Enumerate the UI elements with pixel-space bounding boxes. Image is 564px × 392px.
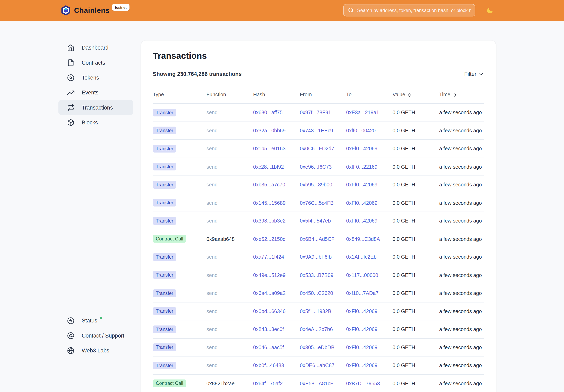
hash-link[interactable]: 0xb35...a7c70 <box>253 182 285 188</box>
time-cell: a few seconds ago <box>439 128 484 134</box>
sidebar-item-label: Contact / Support <box>82 333 124 338</box>
function-cell: 0x9aaab648 <box>206 236 253 242</box>
table-row: Transfer send 0x6a4...a09a2 0x450...C262… <box>153 284 484 302</box>
dark-mode-toggle[interactable] <box>486 7 494 14</box>
sidebar-item-contracts[interactable]: Contracts <box>58 55 133 70</box>
moon-icon <box>486 7 494 14</box>
from-link[interactable]: 0xb95...89b00 <box>300 182 332 188</box>
table-row: Transfer send 0x49e...512e9 0x533...B7B0… <box>153 266 484 284</box>
hash-link[interactable]: 0x1b5...e0163 <box>253 146 286 152</box>
hash-link[interactable]: 0xa77...1f424 <box>253 254 284 260</box>
column-value[interactable]: Value <box>393 92 439 98</box>
page-title: Transactions <box>153 51 484 61</box>
summary-row: Showing 230,764,286 transactions Filter <box>153 71 484 77</box>
to-link[interactable]: 0xB7D...79553 <box>346 380 380 386</box>
to-link[interactable]: 0xfF0...22169 <box>346 164 377 170</box>
value-cell: 0.0 GETH <box>393 380 439 386</box>
function-cell: send <box>206 218 253 224</box>
function-cell: send <box>206 363 253 368</box>
value-cell: 0.0 GETH <box>393 326 439 332</box>
from-link[interactable]: 0x450...C2620 <box>300 290 333 296</box>
to-link[interactable]: 0xFf0...42069 <box>346 308 377 314</box>
from-link[interactable]: 0x5f4...547eb <box>300 218 331 224</box>
hash-link[interactable]: 0x0bd...66346 <box>253 308 286 314</box>
hash-link[interactable]: 0x6a4...a09a2 <box>253 290 286 296</box>
hash-link[interactable]: 0x32a...0bb69 <box>253 128 286 134</box>
from-link[interactable]: 0x533...B7B09 <box>300 272 333 278</box>
to-link[interactable]: 0x1Af...fc2Eb <box>346 254 377 260</box>
to-link[interactable]: 0xFf0...42069 <box>346 218 377 224</box>
value-cell: 0.0 GETH <box>393 164 439 170</box>
sidebar-item-events[interactable]: Events <box>58 85 133 100</box>
file-icon <box>67 59 74 66</box>
brand[interactable]: Chainlens testnet <box>60 0 129 21</box>
from-link[interactable]: 0x5f1...1932B <box>300 308 331 314</box>
hash-link[interactable]: 0x680...aff75 <box>253 110 283 115</box>
chevron-down-icon <box>478 71 484 77</box>
to-link[interactable]: 0xE3a...219a1 <box>346 110 379 115</box>
from-link[interactable]: 0xe96...f6C73 <box>300 164 332 170</box>
hash-link[interactable]: 0x398...bb3e2 <box>253 218 286 224</box>
type-badge: Transfer <box>153 127 176 134</box>
to-link[interactable]: 0xFf0...42069 <box>346 363 377 368</box>
value-cell: 0.0 GETH <box>393 110 439 115</box>
to-link[interactable]: 0xFf0...42069 <box>346 182 377 188</box>
hash-link[interactable]: 0xe52...2150c <box>253 236 285 242</box>
type-badge: Transfer <box>153 145 176 153</box>
globe-icon <box>67 347 74 354</box>
function-cell: send <box>206 128 253 134</box>
hash-link[interactable]: 0x046...aac5f <box>253 344 284 350</box>
to-link[interactable]: 0xFf0...42069 <box>346 344 377 350</box>
to-link[interactable]: 0xFf0...42069 <box>346 326 377 332</box>
type-badge: Transfer <box>153 343 176 351</box>
hash-link[interactable]: 0x49e...512e9 <box>253 272 286 278</box>
hash-link[interactable]: 0x843...3ec0f <box>253 326 284 332</box>
from-link[interactable]: 0x97f...78F91 <box>300 110 331 115</box>
to-link[interactable]: 0xFf0...42069 <box>346 146 377 152</box>
from-link[interactable]: 0x6B4...Ad5CF <box>300 236 335 242</box>
hash-link[interactable]: 0x64f...75af2 <box>253 380 283 386</box>
from-link[interactable]: 0x305...eDbDB <box>300 344 335 350</box>
value-cell: 0.0 GETH <box>393 236 439 242</box>
time-cell: a few seconds ago <box>439 308 484 314</box>
value-cell: 0.0 GETH <box>393 218 439 224</box>
time-cell: a few seconds ago <box>439 254 484 260</box>
from-link[interactable]: 0xDE6...abC87 <box>300 363 335 368</box>
value-cell: 0.0 GETH <box>393 344 439 350</box>
search-box[interactable] <box>343 4 475 16</box>
hash-link[interactable]: 0x145...15689 <box>253 200 286 206</box>
sidebar-item-status[interactable]: Status <box>58 313 133 328</box>
hash-link[interactable]: 0xc28...1bf92 <box>253 164 284 170</box>
to-link[interactable]: 0x117...00000 <box>346 272 378 278</box>
to-link[interactable]: 0xf10...7ADa7 <box>346 290 379 296</box>
filter-button[interactable]: Filter <box>464 71 484 77</box>
from-link[interactable]: 0x0C6...FD2d7 <box>300 146 334 152</box>
from-link[interactable]: 0x9A9...bF6fb <box>300 254 332 260</box>
column-time[interactable]: Time <box>439 92 484 98</box>
from-link[interactable]: 0x76C...5c4FB <box>300 200 334 206</box>
sidebar-item-transactions[interactable]: Transactions <box>58 100 133 115</box>
sidebar-item-blocks[interactable]: Blocks <box>58 115 133 130</box>
column-from: From <box>300 92 346 98</box>
table-body: Transfer send 0x680...aff75 0x97f...78F9… <box>153 104 484 392</box>
to-link[interactable]: 0xff0...00420 <box>346 128 376 134</box>
top-header: Chainlens testnet <box>0 0 564 21</box>
from-link[interactable]: 0x743...1EEc9 <box>300 128 333 134</box>
hash-link[interactable]: 0xb0f...46483 <box>253 363 284 368</box>
from-link[interactable]: 0x4eA...2b7b6 <box>300 326 333 332</box>
to-link[interactable]: 0x849...C3d8A <box>346 236 380 242</box>
sidebar-item-tokens[interactable]: Tokens <box>58 70 133 85</box>
value-cell: 0.0 GETH <box>393 200 439 206</box>
from-link[interactable]: 0xE58...A81cF <box>300 380 333 386</box>
sidebar-item-label: Contracts <box>82 59 105 66</box>
function-cell: send <box>206 272 253 278</box>
table-row: Transfer send 0xc28...1bf92 0xe96...f6C7… <box>153 158 484 176</box>
time-cell: a few seconds ago <box>439 110 484 115</box>
sidebar-item-contact-support[interactable]: Contact / Support <box>58 328 133 343</box>
sidebar-footer-nav: Status Contact / Support Web3 Labs <box>58 313 133 358</box>
sidebar-item-dashboard[interactable]: Dashboard <box>58 40 133 55</box>
to-link[interactable]: 0xFf0...42069 <box>346 200 377 206</box>
search-input[interactable] <box>357 8 470 13</box>
sidebar-item-web3-labs[interactable]: Web3 Labs <box>58 343 133 358</box>
function-cell: send <box>206 164 253 170</box>
